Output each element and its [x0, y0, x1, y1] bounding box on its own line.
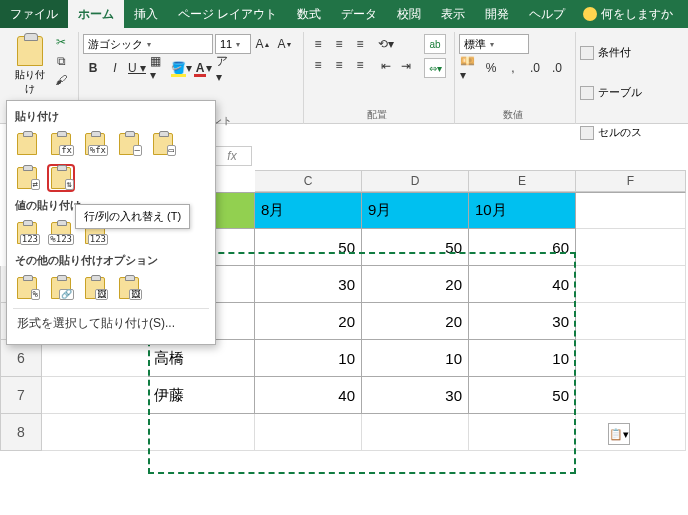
- cell-c7[interactable]: 40: [255, 377, 362, 414]
- cell-e6[interactable]: 10: [469, 340, 576, 377]
- cell-d-0[interactable]: 50: [362, 229, 469, 266]
- border-button[interactable]: ▦ ▾: [149, 58, 169, 78]
- decrease-font-button[interactable]: A▼: [275, 34, 295, 54]
- col-header-e[interactable]: E: [469, 170, 576, 192]
- cell-f6[interactable]: [576, 340, 686, 377]
- tab-review[interactable]: 校閲: [387, 0, 431, 28]
- align-right-button[interactable]: ≡: [350, 55, 370, 75]
- copy-button[interactable]: ⧉: [52, 53, 70, 69]
- col-header-f[interactable]: F: [576, 170, 686, 192]
- align-top-button[interactable]: ≡: [308, 34, 328, 54]
- align-center-button[interactable]: ≡: [329, 55, 349, 75]
- paste-option-paste-link[interactable]: 🔗: [47, 274, 75, 302]
- cell-c4[interactable]: 30: [255, 266, 362, 303]
- cell-e-month[interactable]: 10月: [469, 192, 576, 229]
- phonetic-button[interactable]: ア ▾: [215, 58, 235, 78]
- tab-file[interactable]: ファイル: [0, 0, 68, 28]
- cell-e5[interactable]: 30: [469, 303, 576, 340]
- cell-b6[interactable]: 高橋: [148, 340, 255, 377]
- align-middle-button[interactable]: ≡: [329, 34, 349, 54]
- italic-button[interactable]: I: [105, 58, 125, 78]
- cell-d8[interactable]: [362, 414, 469, 451]
- accounting-format-button[interactable]: 💴▾: [459, 58, 479, 78]
- tab-data[interactable]: データ: [331, 0, 387, 28]
- orientation-button[interactable]: ⟲▾: [376, 34, 396, 54]
- cell-e4[interactable]: 40: [469, 266, 576, 303]
- cell-d5[interactable]: 20: [362, 303, 469, 340]
- format-painter-button[interactable]: 🖌: [52, 72, 70, 88]
- cut-button[interactable]: ✂: [52, 34, 70, 50]
- cell-d6[interactable]: 10: [362, 340, 469, 377]
- merge-center-button[interactable]: ⇔▾: [424, 58, 446, 78]
- cell-e8[interactable]: [469, 414, 576, 451]
- paste-option-formulas[interactable]: fx: [47, 130, 75, 158]
- paste-option-formatting[interactable]: %: [13, 274, 41, 302]
- cell-c6[interactable]: 10: [255, 340, 362, 377]
- tab-insert[interactable]: 挿入: [124, 0, 168, 28]
- number-format-combo[interactable]: 標準▾: [459, 34, 529, 54]
- cell-f1[interactable]: [576, 192, 686, 229]
- paste-option-values-number-fmt[interactable]: %123: [47, 219, 75, 247]
- font-size-combo[interactable]: 11▾: [215, 34, 251, 54]
- cell-f7[interactable]: [576, 377, 686, 414]
- paste-option-values[interactable]: 123: [13, 219, 41, 247]
- tell-me[interactable]: 何をしますか: [575, 0, 681, 28]
- col-header-d[interactable]: D: [362, 170, 469, 192]
- cell-c-month[interactable]: 8月: [255, 192, 362, 229]
- paste-option-keep-source-fmt[interactable]: —: [115, 130, 143, 158]
- align-bottom-button[interactable]: ≡: [350, 34, 370, 54]
- cell-d7[interactable]: 30: [362, 377, 469, 414]
- paste-special-menu-item[interactable]: 形式を選択して貼り付け(S)...: [13, 308, 209, 338]
- cell-styles-button[interactable]: セルのス: [580, 114, 642, 151]
- col-header-c[interactable]: C: [255, 170, 362, 192]
- tab-developer[interactable]: 開発: [475, 0, 519, 28]
- paste-options-smarttag[interactable]: 📋▾: [608, 423, 630, 445]
- bold-button[interactable]: B: [83, 58, 103, 78]
- underline-button[interactable]: U ▾: [127, 58, 147, 78]
- cell-d-month[interactable]: 9月: [362, 192, 469, 229]
- comma-format-button[interactable]: ,: [503, 58, 523, 78]
- increase-indent-button[interactable]: ⇥: [396, 56, 416, 76]
- fill-color-button[interactable]: 🪣▾: [171, 58, 191, 78]
- cell-b8[interactable]: [148, 414, 255, 451]
- row-header-8[interactable]: 8: [0, 414, 42, 451]
- decrease-indent-button[interactable]: ⇤: [376, 56, 396, 76]
- tab-view[interactable]: 表示: [431, 0, 475, 28]
- tab-help[interactable]: ヘルプ: [519, 0, 575, 28]
- conditional-formatting-button[interactable]: 条件付: [580, 34, 642, 71]
- row-header-6[interactable]: 6: [0, 340, 42, 377]
- paste-option-linked-picture[interactable]: 🖼: [115, 274, 143, 302]
- align-left-button[interactable]: ≡: [308, 55, 328, 75]
- paste-option-picture[interactable]: 🖼: [81, 274, 109, 302]
- paste-option-no-borders[interactable]: ▭: [149, 130, 177, 158]
- percent-format-button[interactable]: %: [481, 58, 501, 78]
- cell-d4[interactable]: 20: [362, 266, 469, 303]
- font-name-combo[interactable]: 游ゴシック▾: [83, 34, 213, 54]
- formula-bar-fx[interactable]: fx: [212, 146, 252, 166]
- paste-button[interactable]: 貼り付け ▼: [10, 34, 50, 107]
- paste-option-keep-col-width[interactable]: ⇄: [13, 164, 41, 192]
- cell-f4[interactable]: [576, 266, 686, 303]
- paste-option-transpose[interactable]: ⇅: [47, 164, 75, 192]
- paste-option-all[interactable]: [13, 130, 41, 158]
- decrease-decimal-button[interactable]: .0: [547, 58, 567, 78]
- cell-b7[interactable]: 伊藤: [148, 377, 255, 414]
- format-as-table-button[interactable]: テーブル: [580, 74, 642, 111]
- cell-c5[interactable]: 20: [255, 303, 362, 340]
- tab-home[interactable]: ホーム: [68, 0, 124, 28]
- cell-e7[interactable]: 50: [469, 377, 576, 414]
- tab-page-layout[interactable]: ページ レイアウト: [168, 0, 287, 28]
- cell-e-0[interactable]: 60: [469, 229, 576, 266]
- cell-f5[interactable]: [576, 303, 686, 340]
- paste-option-formulas-number-fmt[interactable]: %fx: [81, 130, 109, 158]
- cell-c-0[interactable]: 50: [255, 229, 362, 266]
- increase-font-button[interactable]: A▲: [253, 34, 273, 54]
- increase-decimal-button[interactable]: .0: [525, 58, 545, 78]
- cell-f8[interactable]: [576, 414, 686, 451]
- font-color-button[interactable]: A▾: [193, 58, 213, 78]
- row-header-7[interactable]: 7: [0, 377, 42, 414]
- cell-c8[interactable]: [255, 414, 362, 451]
- tab-formulas[interactable]: 数式: [287, 0, 331, 28]
- wrap-text-button[interactable]: ab: [424, 34, 446, 54]
- cell-f-0[interactable]: [576, 229, 686, 266]
